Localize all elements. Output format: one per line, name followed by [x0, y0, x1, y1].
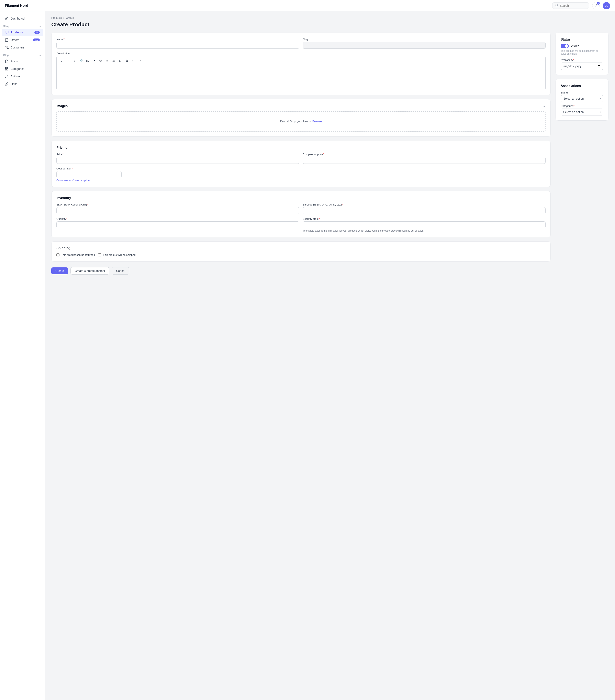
italic-button[interactable]: I [65, 58, 71, 64]
avatar[interactable]: DU [603, 2, 610, 9]
sidebar-item-links[interactable]: Links [2, 80, 43, 88]
main-content: Products › Create Create Product Name* [45, 11, 615, 700]
svg-rect-10 [5, 69, 6, 70]
link-button[interactable]: 🔗 [78, 58, 84, 64]
create-another-button[interactable]: Create & create another [71, 267, 109, 275]
sidebar-item-orders[interactable]: Orders 197 [2, 36, 43, 43]
slug-input[interactable] [303, 42, 545, 49]
barcode-field-group: Barcode (ISBN, UPC, GTIN, etc.)* [303, 203, 545, 214]
app-name: Filament Nord [5, 4, 28, 8]
sidebar-item-label: Authors [11, 75, 20, 78]
security-stock-input[interactable] [303, 221, 545, 228]
shipping-checkboxes: This product can be returned This produc… [57, 253, 545, 257]
will-ship-label[interactable]: This product will be shipped [103, 253, 135, 257]
description-editor-body[interactable] [57, 65, 545, 90]
security-stock-field-group: Security stock* The safety stock is the … [303, 217, 545, 232]
price-input[interactable] [57, 157, 299, 164]
can-return-checkbox-row: This product can be returned [57, 253, 95, 257]
image-button[interactable]: 🖼 [124, 58, 129, 64]
cost-label: Cost per item* [57, 167, 545, 170]
visibility-toggle-row: Visible [561, 44, 603, 48]
pricing-title: Pricing [57, 146, 545, 150]
brand-field-group: Brand Select an option ▾ [561, 91, 603, 102]
image-dropzone[interactable]: Drag & Drop your files or Browse [57, 111, 545, 132]
sku-input[interactable] [57, 207, 299, 214]
products-icon [5, 30, 9, 34]
search-input[interactable] [560, 4, 584, 7]
status-hint: This product will be hidden from all sal… [561, 50, 603, 55]
code-button[interactable]: </> [98, 58, 103, 64]
can-return-checkbox[interactable] [57, 253, 60, 257]
sidebar-item-dashboard[interactable]: Dashboard [2, 15, 43, 22]
topbar: Filament Nord 0 DU [0, 0, 615, 11]
can-return-label[interactable]: This product can be returned [61, 253, 95, 257]
will-ship-checkbox[interactable] [98, 253, 101, 257]
categories-select[interactable]: Select an option [561, 109, 603, 115]
status-title: Status [561, 38, 603, 41]
links-icon [5, 82, 9, 86]
breadcrumb-parent[interactable]: Products [51, 16, 62, 19]
cancel-button[interactable]: Cancel [112, 267, 129, 275]
dropzone-text: Drag & Drop your files or [280, 120, 312, 123]
undo-button[interactable]: ↩ [130, 58, 136, 64]
search-bar[interactable] [552, 2, 589, 9]
strikethrough-button[interactable]: S [72, 58, 77, 64]
home-icon [5, 17, 9, 20]
description-label: Description [57, 52, 545, 55]
blockquote-button[interactable]: ❝ [91, 58, 97, 64]
images-collapse-icon[interactable]: ▲ [543, 104, 545, 108]
svg-point-0 [555, 4, 557, 6]
availability-label: Availability* [561, 59, 603, 62]
sku-label: SKU (Stock Keeping Unit)* [57, 203, 299, 206]
categories-icon [5, 67, 9, 71]
breadcrumb-current: Create [66, 16, 74, 19]
sidebar-item-authors[interactable]: Authors [2, 73, 43, 80]
notification-badge: 0 [597, 2, 600, 5]
sidebar-item-posts[interactable]: Posts [2, 58, 43, 65]
sidebar-item-customers[interactable]: Customers [2, 44, 43, 51]
visibility-toggle[interactable] [561, 44, 569, 48]
bullet-list-button[interactable]: ≡ [104, 58, 110, 64]
barcode-input[interactable] [303, 207, 545, 214]
sidebar: Dashboard Shop ▲ Products 88 Orders 197 [0, 11, 45, 700]
notification-button[interactable]: 0 [592, 2, 600, 9]
sidebar-item-products[interactable]: Products 88 [2, 29, 43, 36]
sku-barcode-row: SKU (Stock Keeping Unit)* Barcode (ISBN,… [57, 203, 545, 214]
shop-section-header: Shop ▲ [0, 22, 45, 28]
description-field-group: Description B I S 🔗 H₁ ❝ </> [57, 52, 545, 90]
breadcrumb-separator: › [63, 16, 64, 19]
ordered-list-button[interactable] [111, 58, 116, 64]
table-button[interactable]: ⊞ [117, 58, 123, 64]
compare-price-input[interactable] [303, 157, 545, 164]
redo-button[interactable]: ↪ [137, 58, 142, 64]
shipping-title: Shipping [57, 247, 545, 250]
create-button[interactable]: Create [51, 267, 68, 274]
products-badge: 88 [35, 31, 40, 34]
cost-hint: Customers won't see this price. [57, 179, 545, 182]
svg-rect-9 [7, 69, 8, 70]
sidebar-item-categories[interactable]: Categories [2, 65, 43, 73]
sidebar-item-label: Customers [11, 46, 24, 49]
brand-select[interactable]: Select an option [561, 95, 603, 102]
quantity-input[interactable] [57, 221, 299, 228]
pricing-card: Pricing Price* Compare at price* [51, 141, 551, 187]
cost-field-group: Cost per item* Customers won't see this … [57, 167, 545, 182]
customers-icon [5, 46, 9, 49]
status-card: Status Visible This product will be hidd… [555, 33, 608, 75]
sidebar-item-label: Dashboard [11, 17, 25, 20]
cost-input[interactable] [57, 171, 122, 178]
bold-button[interactable]: B [59, 58, 64, 64]
browse-link[interactable]: Browse [312, 120, 322, 123]
qty-security-row: Quantity* Security stock* The safety sto… [57, 217, 545, 232]
brand-select-wrapper: Select an option ▾ [561, 95, 603, 102]
quantity-field-group: Quantity* [57, 217, 299, 232]
inventory-title: Inventory [57, 196, 545, 200]
sidebar-item-label: Posts [11, 60, 18, 63]
compare-price-field-group: Compare at price* [303, 153, 545, 164]
posts-icon [5, 60, 9, 63]
slug-field-group: Slug [303, 38, 545, 49]
heading-button[interactable]: H₁ [85, 58, 90, 64]
compare-price-label: Compare at price* [303, 153, 545, 156]
availability-date-input[interactable] [561, 63, 603, 70]
name-input[interactable] [57, 42, 299, 49]
